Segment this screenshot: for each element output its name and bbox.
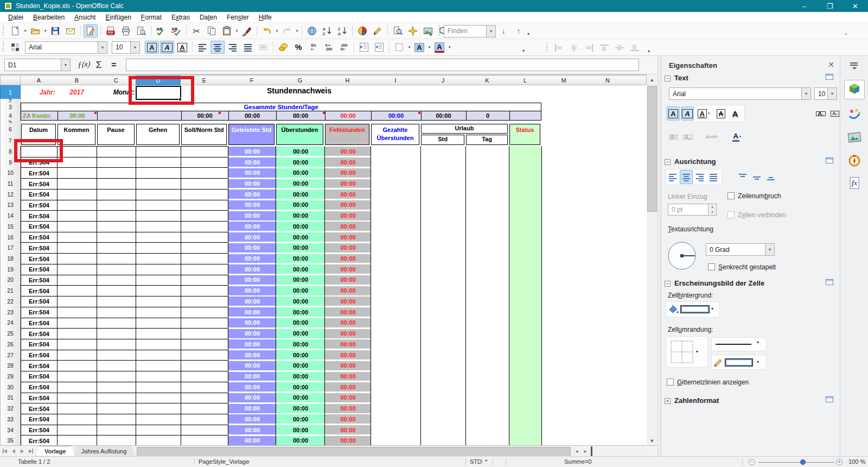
sidebar-underline-button[interactable]: A▾ — [695, 106, 712, 121]
tab-navigator[interactable]: N — [844, 150, 865, 170]
hyperlink-button[interactable] — [305, 24, 319, 37]
formula-input[interactable] — [126, 59, 639, 71]
cell-D32[interactable] — [136, 403, 181, 414]
stacked-checkbox[interactable] — [708, 263, 715, 270]
font-size-dropdown-icon[interactable]: ▾ — [130, 42, 139, 53]
cell-E35[interactable] — [181, 435, 228, 445]
underline-dropdown-icon[interactable]: ▾ — [708, 111, 710, 116]
borders-dropdown-icon[interactable]: ▾ — [407, 41, 412, 54]
cell-C16[interactable] — [97, 232, 136, 243]
row-header-25[interactable]: 25 — [0, 328, 21, 339]
new-document-button[interactable] — [8, 24, 22, 37]
copy-button[interactable] — [205, 24, 219, 37]
cell-C27[interactable] — [97, 350, 136, 361]
row-header-12[interactable]: 12 — [0, 189, 21, 200]
header-soll-norm[interactable]: Soll/Norm Std — [181, 124, 227, 145]
cell-H27-fehlstunden[interactable]: 00:00 — [325, 350, 371, 359]
align-left-button[interactable] — [195, 41, 209, 54]
find-next-button[interactable]: ↓ — [496, 24, 510, 37]
cell-F22-geleistete-std[interactable]: 00:00 — [228, 296, 276, 306]
sidebar-align-justify-button[interactable] — [707, 170, 720, 184]
cell-E18[interactable] — [181, 253, 228, 264]
cell-H9-fehlstunden[interactable]: 00:00 — [325, 157, 371, 167]
cell-G21-ueberstunden[interactable]: 00:00 — [276, 286, 325, 295]
cell-H17-fehlstunden[interactable]: 00:00 — [325, 243, 371, 253]
cell-F13-geleistete-std[interactable]: 00:00 — [228, 200, 276, 210]
cell-F24-geleistete-std[interactable]: 00:00 — [228, 318, 276, 327]
find-dropdown-icon[interactable]: ▾ — [486, 26, 495, 37]
cell-E28[interactable] — [181, 360, 228, 371]
row-header-22[interactable]: 22 — [0, 296, 21, 307]
cell-B28[interactable] — [57, 360, 97, 371]
gallery-button[interactable] — [421, 24, 435, 37]
cell-A16[interactable]: Err:504 — [21, 232, 58, 243]
toolbar-overflow-icon[interactable]: ▾ — [430, 33, 432, 37]
scroll-down-icon[interactable]: ▼ — [647, 436, 658, 445]
zoom-in-icon[interactable]: + — [836, 459, 843, 465]
collapse-text-icon[interactable]: − — [665, 75, 671, 81]
tab-gallery[interactable] — [844, 128, 865, 147]
spinner-down-icon[interactable]: ▼ — [709, 210, 716, 215]
cell-E9[interactable] — [181, 157, 228, 168]
cell-B23[interactable] — [57, 307, 97, 318]
row-header-10[interactable]: 10 — [0, 167, 21, 179]
cell-D24[interactable] — [136, 318, 181, 329]
add-decimal-button[interactable]: 0⇢.000 — [322, 41, 336, 54]
cell-A13[interactable]: Err:504 — [21, 200, 58, 211]
cell-E11[interactable] — [181, 178, 228, 190]
open-dropdown-icon[interactable]: ▾ — [43, 24, 48, 37]
paste-button[interactable] — [220, 24, 234, 37]
format-paintbrush-button[interactable] — [240, 24, 254, 37]
cell-E26[interactable] — [181, 339, 228, 350]
menu-einfgen[interactable]: Einfügen — [100, 12, 136, 22]
name-box-dropdown-icon[interactable]: ▾ — [61, 59, 70, 71]
auto-spellcheck-button[interactable]: AB — [169, 24, 183, 37]
cell-G16-ueberstunden[interactable]: 00:00 — [276, 232, 325, 242]
cell-F34-geleistete-std[interactable]: 00:00 — [228, 425, 276, 434]
cell-E10[interactable] — [181, 167, 228, 179]
toolbar-options-icon[interactable]: ⌄ — [844, 30, 848, 36]
cell-A33[interactable]: Err:504 — [21, 414, 58, 425]
cell-D14[interactable] — [136, 210, 181, 222]
cell-A14[interactable]: Err:504 — [21, 210, 58, 222]
header-geleistete[interactable]: Geleistete Std — [228, 124, 275, 145]
menu-datei[interactable]: Datei — [3, 12, 28, 22]
alignment-dialog-launcher-icon[interactable] — [826, 157, 833, 163]
tab-properties[interactable] — [844, 80, 865, 99]
header-status[interactable]: Status — [509, 124, 540, 145]
row-header-15[interactable]: 15 — [0, 221, 21, 232]
cell-E30[interactable] — [181, 382, 228, 393]
redo-dropdown-icon[interactable]: ▾ — [295, 24, 299, 37]
row-header-29[interactable]: 29 — [0, 371, 21, 382]
scroll-left-icon[interactable]: ◂ — [572, 447, 581, 456]
cell-B13[interactable] — [57, 200, 97, 211]
cell-H20-fehlstunden[interactable]: 00:00 — [325, 275, 371, 285]
line-color-dropdown-icon[interactable]: ▾ — [757, 359, 759, 364]
cell-A24[interactable]: Err:504 — [21, 318, 58, 329]
cell-D17[interactable] — [136, 242, 181, 254]
percent-button[interactable]: % — [291, 41, 305, 54]
cell-G25-ueberstunden[interactable]: 00:00 — [276, 329, 325, 338]
row-header-23[interactable]: 23 — [0, 307, 21, 318]
cell-E14[interactable] — [181, 210, 228, 222]
cell-F23-geleistete-std[interactable]: 00:00 — [228, 307, 276, 317]
cell-C12[interactable] — [97, 189, 136, 200]
cell-B32[interactable] — [57, 403, 97, 414]
currency-button[interactable] — [276, 41, 290, 54]
cell-D11[interactable] — [136, 178, 181, 190]
merge-cells-button[interactable] — [256, 41, 270, 54]
cell-C15[interactable] — [97, 221, 136, 232]
cell-C35[interactable] — [97, 435, 136, 445]
cell-E15[interactable] — [181, 221, 228, 232]
sidebar-align-center-button[interactable] — [680, 170, 693, 184]
cell-F18-geleistete-std[interactable]: 00:00 — [228, 254, 276, 263]
italic-button[interactable]: A — [160, 41, 174, 54]
cell-C18[interactable] — [97, 253, 136, 264]
cell-B12[interactable] — [57, 189, 97, 200]
cell-B35[interactable] — [57, 435, 97, 445]
sidebar-shadow-button[interactable]: A — [729, 106, 742, 121]
cell-A18[interactable]: Err:504 — [21, 253, 58, 264]
borders-grid-button[interactable] — [8, 41, 22, 54]
cell-D26[interactable] — [136, 339, 181, 350]
cell-E27[interactable] — [181, 350, 228, 361]
